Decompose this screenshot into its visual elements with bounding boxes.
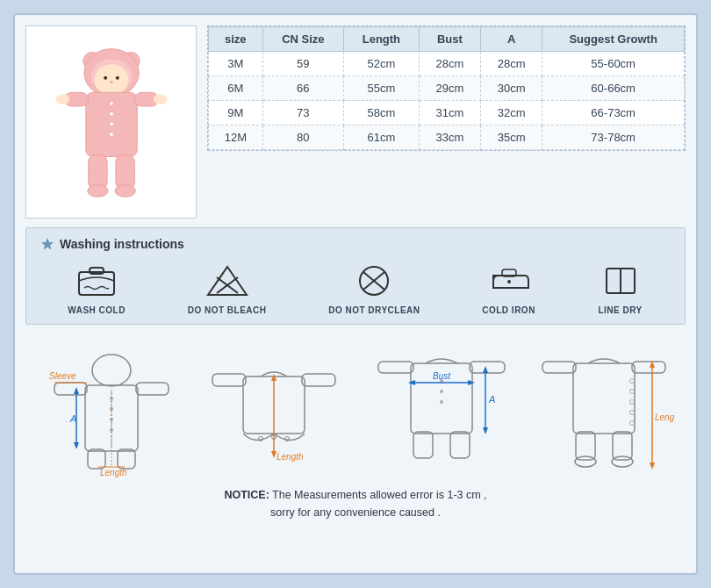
top-section: sizeCN SizeLengthBustASuggest Growth 3M5… bbox=[25, 25, 686, 219]
svg-text:Sleeve: Sleeve bbox=[49, 371, 76, 381]
svg-point-10 bbox=[109, 111, 113, 116]
notice-text-1: The Measurements allowed error is 1-3 cm… bbox=[269, 489, 487, 501]
svg-rect-67 bbox=[413, 432, 433, 458]
svg-rect-37 bbox=[88, 449, 105, 469]
cold-iron-label: COLD IRON bbox=[482, 305, 535, 315]
washing-section: Washing instructions WASH COLD bbox=[25, 227, 686, 325]
size-table-header-cell: CN Size bbox=[262, 27, 343, 52]
do-not-dryclean-label: DO NOT DRYCLEAN bbox=[328, 305, 420, 315]
size-table-cell: 31cm bbox=[419, 101, 480, 125]
size-table-cell: 28cm bbox=[481, 52, 542, 76]
romper-full-svg: Sleeve A Length bbox=[37, 337, 186, 477]
notice-label: NOTICE: bbox=[224, 489, 269, 501]
size-table-cell: 55cm bbox=[344, 76, 420, 101]
svg-point-18 bbox=[87, 184, 107, 197]
svg-point-12 bbox=[109, 132, 113, 136]
svg-point-9 bbox=[109, 101, 113, 105]
do-not-bleach-label: DO NOT BLEACH bbox=[188, 305, 267, 315]
size-table-header-cell: Suggest Growth bbox=[542, 27, 685, 52]
svg-rect-17 bbox=[88, 154, 106, 189]
size-table-row: 6M6655cm29cm30cm60-66cm bbox=[209, 76, 685, 101]
svg-point-20 bbox=[114, 184, 134, 197]
size-table-cell: 66-73cm bbox=[542, 101, 685, 125]
svg-point-71 bbox=[440, 400, 443, 404]
product-image bbox=[37, 34, 186, 210]
size-table-cell: 73 bbox=[262, 101, 343, 125]
washing-icons-row: WASH COLD DO NOT BLEACH bbox=[40, 262, 671, 315]
diagram-romper-bust: Bust A bbox=[363, 337, 521, 477]
size-table: sizeCN SizeLengthBustASuggest Growth 3M5… bbox=[208, 26, 685, 150]
svg-point-5 bbox=[104, 75, 107, 79]
svg-marker-61 bbox=[271, 374, 276, 381]
size-table-cell: 61cm bbox=[344, 125, 420, 150]
wash-cold-item: WASH COLD bbox=[68, 262, 126, 315]
svg-point-4 bbox=[94, 64, 128, 95]
svg-marker-24 bbox=[208, 267, 247, 295]
svg-point-88 bbox=[630, 390, 635, 394]
svg-point-87 bbox=[630, 379, 635, 384]
svg-rect-38 bbox=[118, 449, 135, 469]
svg-point-89 bbox=[630, 400, 635, 405]
svg-marker-49 bbox=[74, 442, 79, 449]
svg-point-31 bbox=[507, 280, 511, 283]
size-table-cell: 55-60cm bbox=[542, 52, 685, 76]
size-table-header-cell: Length bbox=[344, 27, 420, 52]
size-table-cell: 12M bbox=[209, 125, 263, 150]
svg-rect-22 bbox=[79, 272, 114, 295]
do-not-bleach-item: DO NOT BLEACH bbox=[188, 262, 267, 315]
line-dry-item: LINE DRY bbox=[598, 262, 643, 315]
svg-rect-55 bbox=[212, 374, 246, 386]
diagram-romper-length: Length bbox=[534, 337, 674, 477]
size-table-cell: 6M bbox=[209, 76, 263, 101]
svg-rect-80 bbox=[573, 363, 635, 434]
svg-rect-65 bbox=[378, 362, 413, 373]
size-table-cell: 52cm bbox=[344, 52, 420, 76]
size-table-header-cell: size bbox=[209, 27, 263, 52]
cold-iron-item: COLD IRON bbox=[482, 262, 535, 315]
size-table-cell: 58cm bbox=[344, 101, 420, 125]
svg-rect-36 bbox=[136, 383, 169, 395]
svg-rect-35 bbox=[54, 383, 87, 395]
svg-point-11 bbox=[109, 122, 113, 126]
size-table-wrapper: sizeCN SizeLengthBustASuggest Growth 3M5… bbox=[207, 25, 686, 151]
svg-rect-81 bbox=[542, 362, 576, 373]
diagram-bodysuit: Length bbox=[199, 337, 348, 477]
size-table-row: 9M7358cm31cm32cm66-73cm bbox=[209, 101, 685, 125]
main-card: sizeCN SizeLengthBustASuggest Growth 3M5… bbox=[13, 13, 698, 575]
svg-point-85 bbox=[575, 456, 596, 467]
cold-iron-icon bbox=[486, 262, 532, 300]
size-table-cell: 29cm bbox=[419, 76, 480, 101]
svg-point-39 bbox=[92, 355, 131, 386]
washing-title-text: Washing instructions bbox=[60, 237, 184, 251]
size-table-cell: 30cm bbox=[481, 76, 542, 101]
svg-rect-68 bbox=[450, 432, 470, 458]
svg-point-86 bbox=[612, 456, 633, 467]
svg-point-70 bbox=[440, 390, 443, 393]
size-table-header-cell: A bbox=[481, 27, 542, 52]
svg-rect-84 bbox=[613, 432, 632, 460]
star-icon bbox=[40, 237, 54, 251]
size-table-cell: 3M bbox=[209, 52, 263, 76]
size-table-cell: 59 bbox=[262, 52, 343, 76]
svg-point-6 bbox=[115, 75, 118, 79]
svg-point-91 bbox=[630, 421, 635, 426]
product-image-container bbox=[25, 25, 197, 219]
romper-length-svg: Length bbox=[534, 337, 674, 477]
line-dry-label: LINE DRY bbox=[598, 305, 642, 315]
romper-bust-svg: Bust A bbox=[363, 337, 521, 477]
diagram-romper-full: Sleeve A Length bbox=[37, 337, 186, 477]
size-table-cell: 32cm bbox=[481, 101, 542, 125]
size-table-cell: 60-66cm bbox=[542, 76, 685, 101]
do-not-bleach-icon bbox=[205, 262, 250, 300]
size-table-cell: 66 bbox=[262, 76, 343, 101]
wash-cold-label: WASH COLD bbox=[68, 305, 126, 315]
washing-title: Washing instructions bbox=[40, 237, 671, 251]
size-table-header-cell: Bust bbox=[419, 27, 480, 52]
svg-rect-83 bbox=[576, 432, 595, 460]
svg-text:Bust: Bust bbox=[433, 371, 451, 381]
svg-marker-48 bbox=[74, 387, 79, 394]
svg-point-90 bbox=[630, 411, 635, 415]
svg-text:Length: Length bbox=[655, 412, 674, 422]
garment-diagrams: Sleeve A Length bbox=[25, 337, 686, 477]
do-not-dryclean-item: DO NOT DRYCLEAN bbox=[328, 262, 420, 315]
